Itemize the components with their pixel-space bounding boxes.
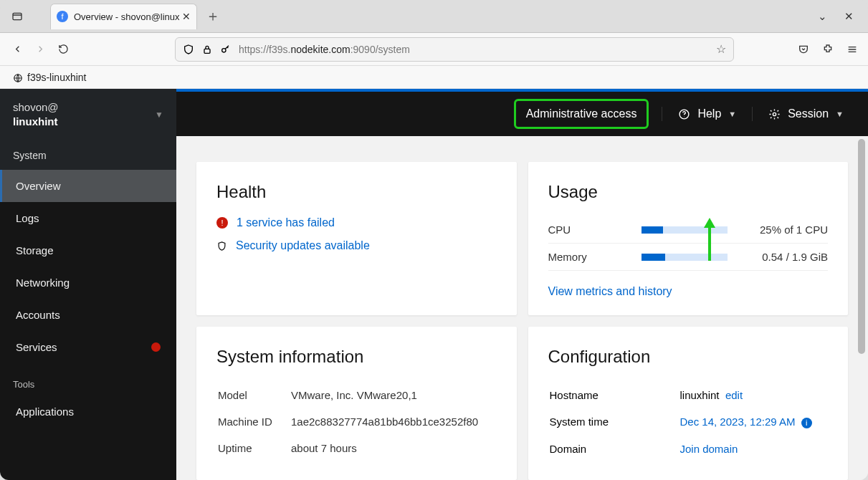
table-row: Machine ID1ae2c88327774a81bb46bb1ce3252f… <box>218 409 495 434</box>
health-card: Health ! 1 service has failed Security u… <box>196 162 517 315</box>
tab-list-chevron-icon[interactable]: ⌄ <box>818 10 827 23</box>
address-bar: https://f39s.nodekite.com:9090/system ☆ <box>0 33 868 66</box>
sidebar-item-label: Accounts <box>16 309 60 321</box>
config-table: Hostname linuxhint edit System time Dec … <box>548 381 829 463</box>
sidebar-item-logs[interactable]: Logs <box>0 202 176 234</box>
shield-permission-icon[interactable] <box>183 44 194 55</box>
fedora-favicon: f <box>57 11 68 22</box>
close-tab-icon[interactable]: ✕ <box>182 11 191 22</box>
table-row: ModelVMware, Inc. VMware20,1 <box>218 383 495 408</box>
key-icon[interactable] <box>220 44 232 55</box>
administrative-access-button[interactable]: Administrative access <box>514 99 649 129</box>
chevron-down-icon: ▼ <box>728 110 736 118</box>
service-failed-link[interactable]: 1 service has failed <box>237 216 335 229</box>
help-label: Help <box>697 107 721 120</box>
reload-button[interactable] <box>52 38 75 61</box>
sidebar: shovon@ linuxhint ▼ System Overview Logs… <box>0 89 176 480</box>
host-bar: f39s-linuxhint <box>0 66 868 89</box>
usage-row-cpu: CPU 25% of 1 CPU <box>548 216 829 244</box>
sidebar-item-label: Storage <box>16 244 54 256</box>
usage-cpu-label: CPU <box>548 224 642 236</box>
usage-title: Usage <box>548 182 829 202</box>
cpu-bar <box>642 226 728 234</box>
usage-mem-value: 0.54 / 1.9 GiB <box>762 251 828 263</box>
new-tab-button[interactable]: ＋ <box>206 6 220 26</box>
hostname-value: linuxhint <box>680 389 720 401</box>
sidebar-tabs-icon[interactable] <box>6 5 29 28</box>
url-text: https://f39s.nodekite.com:9090/system <box>239 44 410 55</box>
table-row: Domain Join domain <box>550 436 827 461</box>
sysinfo-table: ModelVMware, Inc. VMware20,1 Machine ID1… <box>216 381 497 462</box>
security-updates-link[interactable]: Security updates available <box>236 239 370 252</box>
svg-point-5 <box>684 117 685 117</box>
sidebar-item-label: Logs <box>16 212 39 224</box>
config-title: Configuration <box>548 347 829 367</box>
svg-rect-1 <box>204 49 210 53</box>
alert-badge-icon <box>151 342 161 352</box>
health-title: Health <box>216 182 497 202</box>
forward-button <box>29 38 52 61</box>
sidebar-item-services[interactable]: Services <box>0 331 176 363</box>
sidebar-item-label: Services <box>16 341 57 353</box>
hamburger-menu-icon[interactable] <box>846 43 858 56</box>
sidebar-item-applications[interactable]: Applications <box>0 395 176 428</box>
svg-rect-0 <box>13 13 22 19</box>
sidebar-user-at: shovon@ <box>13 100 59 115</box>
session-menu[interactable]: Session ▼ <box>752 107 859 121</box>
extensions-icon[interactable] <box>822 43 834 56</box>
sidebar-item-label: Applications <box>16 405 74 418</box>
pocket-icon[interactable] <box>798 43 809 56</box>
mem-bar <box>642 254 728 261</box>
session-label: Session <box>788 107 829 120</box>
cockpit-app: shovon@ linuxhint ▼ System Overview Logs… <box>0 89 868 480</box>
back-button[interactable] <box>6 38 29 61</box>
table-row: System time Dec 14, 2023, 12:29 AM i <box>550 409 827 435</box>
help-menu[interactable]: Help ▼ <box>662 107 752 121</box>
sidebar-item-networking[interactable]: Networking <box>0 267 176 299</box>
globe-icon <box>13 71 23 82</box>
system-time-link[interactable]: Dec 14, 2023, 12:29 AM <box>680 416 796 428</box>
error-icon: ! <box>216 217 228 229</box>
usage-card: Usage CPU 25% of 1 CPU Memory 0.54 / 1.9… <box>528 162 849 315</box>
chevron-down-icon: ▼ <box>836 110 844 118</box>
svg-point-2 <box>222 48 226 52</box>
usage-mem-label: Memory <box>548 251 642 263</box>
sidebar-section-tools: Tools <box>0 363 176 395</box>
url-input[interactable]: https://f39s.nodekite.com:9090/system ☆ <box>175 37 734 62</box>
tab-title: Overview - shovon@linux <box>74 11 182 22</box>
window-close-icon[interactable]: ✕ <box>844 10 854 23</box>
help-icon <box>678 107 690 121</box>
configuration-card: Configuration Hostname linuxhint edit Sy… <box>528 327 849 480</box>
svg-point-6 <box>773 112 776 115</box>
sidebar-item-label: Overview <box>16 180 61 192</box>
usage-row-memory: Memory 0.54 / 1.9 GiB <box>548 244 829 271</box>
view-metrics-link[interactable]: View metrics and history <box>548 285 829 298</box>
bookmark-star-icon[interactable]: ☆ <box>716 42 726 56</box>
browser-chrome: f Overview - shovon@linux ✕ ＋ ⌄ ✕ https:… <box>0 0 868 89</box>
info-icon[interactable]: i <box>801 418 812 428</box>
content: Health ! 1 service has failed Security u… <box>176 136 868 480</box>
sidebar-item-label: Networking <box>16 277 70 289</box>
chevron-down-icon: ▼ <box>155 110 163 120</box>
browser-tab[interactable]: f Overview - shovon@linux ✕ <box>50 4 197 29</box>
sidebar-user-host: linuxhint <box>13 115 59 129</box>
lock-icon[interactable] <box>201 44 213 55</box>
top-bar: Administrative access Help ▼ Session ▼ <box>176 89 868 136</box>
administrative-access-label: Administrative access <box>526 107 637 120</box>
join-domain-link[interactable]: Join domain <box>680 443 738 455</box>
sidebar-section-system: System <box>0 141 176 170</box>
main: Administrative access Help ▼ Session ▼ <box>176 89 868 480</box>
shield-icon <box>216 240 227 251</box>
sidebar-item-storage[interactable]: Storage <box>0 234 176 267</box>
gear-icon <box>768 107 781 121</box>
vertical-scrollbar[interactable] <box>857 136 867 480</box>
usage-cpu-value: 25% of 1 CPU <box>760 224 828 236</box>
sysinfo-title: System information <box>216 347 497 367</box>
sidebar-item-overview[interactable]: Overview <box>0 170 176 202</box>
host-label: f39s-linuxhint <box>27 72 87 83</box>
sidebar-user[interactable]: shovon@ linuxhint ▼ <box>0 89 176 141</box>
edit-hostname-link[interactable]: edit <box>725 389 743 401</box>
table-row: Hostname linuxhint edit <box>550 383 827 408</box>
sidebar-item-accounts[interactable]: Accounts <box>0 299 176 331</box>
tab-bar: f Overview - shovon@linux ✕ ＋ ⌄ ✕ <box>0 0 868 33</box>
